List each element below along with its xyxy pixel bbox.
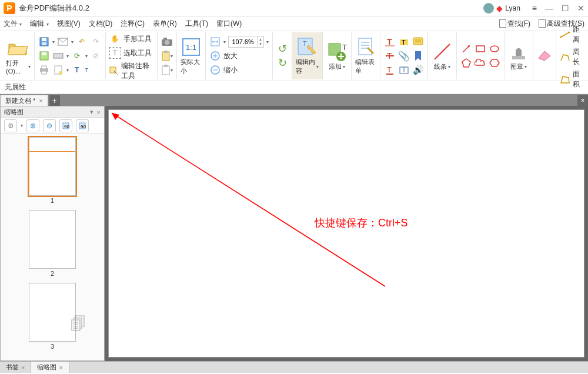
page-canvas[interactable]: 快捷键保存：Ctrl+S (108, 109, 584, 358)
zoom-spin-up[interactable]: ▲ (259, 37, 262, 42)
arrow-annotation-icon (109, 110, 391, 292)
polygon-icon[interactable] (460, 57, 472, 69)
zoom-spin-down[interactable]: ▼ (259, 42, 262, 46)
add-tab-button[interactable]: + (49, 95, 60, 106)
svg-rect-8 (42, 66, 46, 69)
stamp-button[interactable]: 图章▾ (508, 34, 529, 78)
actual-size-button[interactable]: 1:1 实际大小 (181, 34, 202, 78)
panel-tab-bookmark[interactable]: 书签× (0, 362, 31, 373)
rect-icon[interactable] (475, 43, 486, 55)
edit-annot-tool-button[interactable]: 编辑注释工具 (109, 61, 153, 81)
fit-width-icon[interactable] (209, 36, 221, 48)
minimize-button[interactable]: — (545, 4, 553, 13)
thumb-rotate-ccw-icon[interactable]: 90 (59, 119, 72, 132)
svg-text:90: 90 (64, 124, 69, 129)
add-icon: T (326, 41, 348, 62)
svg-rect-6 (54, 54, 63, 58)
close-tab-icon[interactable]: × (39, 97, 42, 104)
edit-content-button[interactable]: T 编辑内容▾ (296, 34, 319, 78)
strikethrough-icon[interactable]: T (384, 50, 396, 62)
camera-icon[interactable] (161, 36, 173, 48)
ellipse-icon[interactable] (489, 43, 500, 55)
thumb-rotate-cw-icon[interactable]: 90 (76, 119, 89, 132)
close-button[interactable]: ✕ (577, 4, 584, 13)
document-tab[interactable]: 新建文档 * × (0, 95, 48, 106)
attach-icon[interactable]: 📎 (398, 50, 410, 62)
maximize-button[interactable]: ☐ (562, 4, 569, 13)
distance-button[interactable]: 距离 (560, 25, 582, 45)
note-icon[interactable] (412, 36, 424, 48)
svg-text:T: T (387, 37, 392, 46)
menu-annotate[interactable]: 注释(C) (121, 19, 145, 29)
zoom-value-field[interactable] (229, 38, 257, 45)
zoom-in-button[interactable]: 放大 (209, 50, 269, 62)
rotate-ccw-icon[interactable]: ↺ (276, 43, 288, 55)
svg-line-59 (112, 113, 385, 286)
new-doc-icon[interactable] (52, 64, 64, 76)
close-all-tabs-icon[interactable]: × (577, 95, 588, 106)
menu-document[interactable]: 文档(D) (89, 19, 113, 29)
svg-text:T: T (303, 40, 307, 47)
eraser-icon[interactable] (537, 49, 552, 64)
close-icon[interactable]: × (21, 364, 25, 371)
close-icon[interactable]: × (59, 364, 62, 371)
thumbnail-page[interactable]: 1 (4, 137, 101, 204)
clipboard-icon[interactable]: ▾ (161, 50, 173, 62)
bookmark-icon[interactable] (412, 50, 424, 62)
thumb-zoom-out-icon[interactable]: ⊖ (43, 119, 56, 132)
hand-tool-button[interactable]: ✋ 手形工具 (109, 33, 152, 45)
print-icon[interactable] (38, 64, 50, 76)
open-button[interactable]: 打开(O)...▾ (6, 34, 31, 78)
menu-view[interactable]: 视图(V) (57, 19, 81, 29)
menu-icon[interactable]: ≡ (532, 4, 537, 13)
refresh-icon[interactable]: ⟳ (71, 50, 83, 62)
stop-icon[interactable]: ⊘ (90, 50, 102, 62)
menu-file[interactable]: 文件 ▾ (4, 19, 22, 29)
hexagon-icon[interactable] (489, 57, 500, 69)
zoom-input[interactable]: ▲▼ (228, 36, 264, 48)
edit-form-button[interactable]: 编辑表单 (355, 34, 376, 78)
svg-text:T: T (402, 39, 406, 46)
underline-icon[interactable]: T (384, 64, 396, 76)
svg-text:90: 90 (81, 124, 86, 129)
panel-menu-icon[interactable]: ▾ (90, 108, 93, 116)
paste-icon[interactable]: ▾ (161, 64, 173, 76)
rotate-cw-icon[interactable]: ↻ (276, 57, 288, 69)
text-style-icon[interactable]: T (71, 64, 83, 76)
redo-icon[interactable]: ↷ (90, 36, 102, 48)
thumb-zoom-in-icon[interactable]: ⊕ (26, 119, 39, 132)
thumb-settings-icon[interactable]: ⚙ (4, 119, 17, 132)
mail-icon[interactable] (57, 36, 69, 48)
menu-window[interactable]: 窗口(W) (216, 19, 242, 29)
find-button[interactable]: 查找(F) (499, 19, 530, 29)
panel-tab-thumbnail[interactable]: 缩略图× (31, 362, 69, 373)
undo-icon[interactable]: ↶ (76, 36, 88, 48)
zoom-in-icon (209, 50, 221, 62)
cloud-icon[interactable] (475, 57, 486, 69)
text-insert-icon[interactable]: T (384, 36, 396, 48)
lines-button[interactable]: 线条▾ (432, 34, 453, 78)
svg-rect-46 (476, 46, 485, 52)
add-button[interactable]: T 添加▾ (326, 34, 348, 78)
sound-icon[interactable]: 🔊 (412, 64, 424, 76)
saveas-icon[interactable] (38, 50, 50, 62)
perimeter-button[interactable]: 周长 (560, 47, 582, 67)
save-icon[interactable] (38, 36, 50, 48)
zoom-out-button[interactable]: 缩小 (209, 64, 269, 76)
text-box-icon[interactable]: T (398, 64, 410, 76)
svg-point-53 (569, 32, 570, 34)
svg-rect-37 (413, 38, 423, 45)
menu-tools[interactable]: 工具(T) (185, 19, 208, 29)
thumbnail-page[interactable]: 2 (4, 210, 101, 277)
menu-edit[interactable]: 编辑 ▾ (30, 19, 48, 29)
svg-text:T: T (402, 67, 406, 74)
highlight-icon[interactable]: T (398, 36, 410, 48)
area-button[interactable]: 面积 (560, 69, 582, 89)
panel-close-icon[interactable]: × (97, 109, 101, 116)
svg-point-52 (560, 36, 562, 38)
menu-form[interactable]: 表单(R) (153, 19, 177, 29)
avatar[interactable] (483, 3, 494, 14)
scan-icon[interactable] (52, 50, 64, 62)
select-tool-button[interactable]: T 选取工具 (109, 47, 152, 59)
arrow-icon[interactable] (460, 43, 472, 55)
